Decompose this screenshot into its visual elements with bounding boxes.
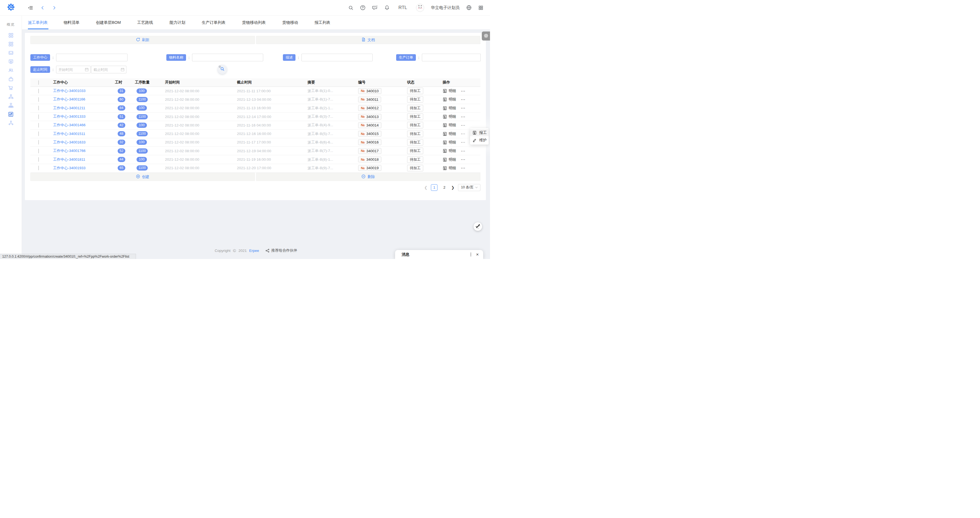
more-actions-button[interactable]: ··· (461, 132, 466, 136)
magic-wand-icon (475, 224, 480, 230)
more-actions-button[interactable]: ··· (461, 166, 466, 170)
detail-button[interactable]: 明细 (443, 148, 456, 153)
settings-drawer-handle[interactable] (482, 32, 490, 40)
pagination-page-1[interactable]: 1 (431, 184, 438, 191)
more-actions-button[interactable]: ··· (461, 106, 466, 110)
tab-create-single-bom[interactable]: 创建单层BOM (88, 16, 129, 29)
tab-material-list[interactable]: 物料清单 (56, 16, 88, 29)
row-checkbox[interactable] (38, 106, 39, 110)
detail-button[interactable]: 明细 (443, 88, 456, 93)
work-center-link[interactable]: 工作中心-34001633 (53, 140, 86, 144)
share-link[interactable]: 推荐给合作伙伴 (266, 248, 298, 253)
language-globe-icon[interactable] (466, 5, 472, 10)
pagination-next-icon[interactable]: ❯ (451, 185, 455, 190)
tab-process-route[interactable]: 工艺路线 (129, 16, 161, 29)
row-checkbox[interactable] (38, 97, 39, 102)
sidebar-item-briefcase[interactable] (8, 75, 14, 84)
close-icon[interactable]: × (476, 252, 479, 257)
docs-button[interactable]: 文档 (256, 36, 481, 44)
row-checkbox[interactable] (38, 123, 39, 128)
sidebar-item-shopping-cart[interactable] (8, 84, 14, 93)
more-actions-button[interactable]: ··· (461, 158, 466, 161)
magic-wand-button[interactable] (474, 222, 482, 231)
sidebar-item-process-control[interactable] (8, 110, 14, 119)
tab-capacity-plan[interactable]: 能力计划 (161, 16, 194, 29)
work-center-link[interactable]: 工作中心-34001766 (53, 149, 86, 153)
work-center-link[interactable]: 工作中心-34001211 (53, 106, 85, 110)
sidebar-item-relation-graph[interactable] (8, 119, 14, 128)
notifications-bell-icon[interactable] (384, 5, 390, 10)
more-actions-button[interactable]: ··· (461, 97, 466, 102)
work-center-link[interactable]: 工作中心-34001033 (53, 89, 86, 93)
detail-button[interactable]: 明细 (443, 157, 456, 162)
sidebar-item-dashboard-grid[interactable] (8, 32, 14, 40)
brand-link[interactable]: Erpee (249, 249, 259, 253)
filter-search-button[interactable] (218, 65, 227, 74)
sidebar-item-money-collect[interactable] (8, 58, 14, 67)
messages-icon[interactable] (372, 5, 378, 10)
sidebar-item-team[interactable] (8, 67, 14, 75)
menu-collapse-icon[interactable] (28, 5, 33, 10)
detail-button[interactable]: 明细 (443, 131, 456, 136)
context-menu-report[interactable]: 报工 (470, 129, 488, 136)
work-center-link[interactable]: 工作中心-34001933 (53, 166, 86, 170)
tab-work-report-list[interactable]: 报工列表 (306, 16, 339, 29)
work-center-link[interactable]: 工作中心-34001811 (53, 158, 85, 161)
row-checkbox[interactable] (38, 157, 39, 162)
tab-goods-movement-list[interactable]: 货物移动列表 (234, 16, 274, 29)
more-actions-button[interactable]: ··· (461, 123, 466, 127)
row-checkbox[interactable] (38, 89, 39, 93)
row-checkbox[interactable] (38, 115, 39, 119)
app-logo[interactable] (0, 0, 22, 16)
rtl-toggle[interactable]: RTL (398, 5, 407, 10)
row-checkbox[interactable] (38, 149, 39, 153)
start-date-input[interactable] (56, 66, 91, 73)
user-avatar[interactable] (416, 3, 424, 12)
nav-forward-icon[interactable] (52, 5, 57, 10)
message-panel: 消息 × (395, 250, 483, 259)
tab-dispatch-list[interactable]: 派工单列表 (22, 16, 56, 29)
refresh-button[interactable]: 刷新 (30, 36, 255, 44)
sidebar-item-cluster[interactable] (8, 93, 14, 102)
pagination-page-2[interactable]: 2 (441, 184, 448, 191)
row-checkbox[interactable] (38, 166, 39, 170)
kebab-menu-icon[interactable] (470, 252, 472, 257)
filters-row-2: 起止时间 : (30, 66, 480, 73)
work-center-link[interactable]: 工作中心-34001166 (53, 97, 85, 101)
pagination-prev-icon[interactable]: ❮ (424, 185, 428, 190)
nav-back-icon[interactable] (40, 5, 45, 10)
search-icon[interactable] (348, 5, 353, 10)
tab-goods-movement[interactable]: 货物移动 (274, 16, 306, 29)
delete-button[interactable]: 删除 (256, 173, 481, 181)
detail-button[interactable]: 明细 (443, 114, 456, 119)
production-order-input[interactable] (422, 54, 481, 61)
help-icon[interactable] (360, 5, 366, 10)
more-actions-button[interactable]: ··· (461, 115, 466, 119)
sidebar-item-inbox[interactable] (8, 49, 14, 58)
description-input[interactable] (302, 54, 372, 61)
work-center-link[interactable]: 工作中心-34001511 (53, 132, 85, 136)
work-center-link[interactable]: 工作中心-34001466 (53, 123, 86, 127)
more-actions-button[interactable]: ··· (461, 89, 466, 93)
row-checkbox[interactable] (38, 140, 39, 145)
row-checkbox[interactable] (38, 131, 39, 136)
tab-production-order-list[interactable]: 生产订单列表 (194, 16, 234, 29)
page-size-select[interactable]: 10 条/页 (458, 184, 480, 191)
detail-button[interactable]: 明细 (443, 97, 456, 102)
select-all-checkbox[interactable] (38, 80, 39, 85)
detail-button[interactable]: 明细 (443, 106, 456, 111)
detail-button[interactable]: 明细 (443, 123, 456, 128)
more-actions-button[interactable]: ··· (461, 149, 466, 153)
apps-grid-icon[interactable] (478, 5, 484, 10)
end-date-input[interactable] (91, 66, 126, 73)
sidebar-item-org-structure[interactable] (8, 102, 14, 110)
create-button[interactable]: 创建 (30, 173, 255, 181)
context-menu-maintain[interactable]: 维护 (470, 136, 488, 144)
detail-button[interactable]: 明细 (443, 166, 456, 171)
detail-button[interactable]: 明细 (443, 140, 456, 145)
sidebar-item-app-grid[interactable] (8, 40, 14, 49)
work-center-input[interactable] (56, 54, 127, 61)
more-actions-button[interactable]: ··· (461, 140, 466, 144)
material-name-input[interactable] (192, 54, 263, 61)
work-center-link[interactable]: 工作中心-34001333 (53, 115, 86, 118)
